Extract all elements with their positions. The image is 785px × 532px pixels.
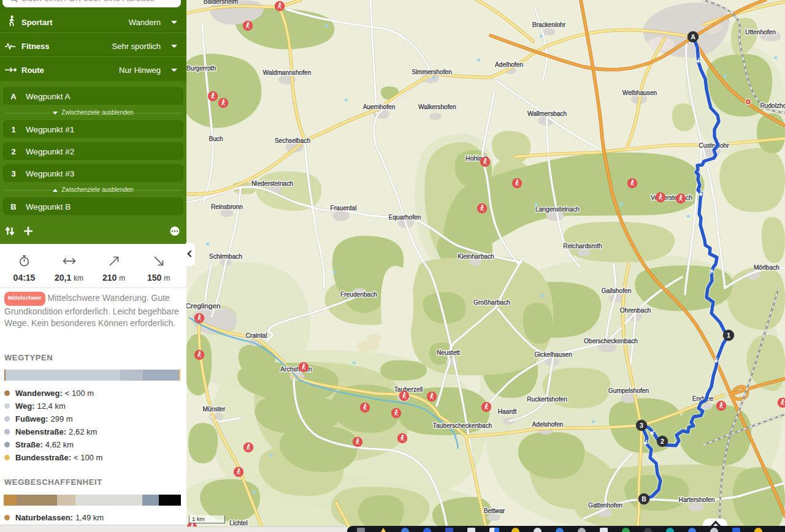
svg-text:Walkershofen: Walkershofen bbox=[418, 104, 456, 110]
svg-text:Langensteinach: Langensteinach bbox=[535, 206, 580, 213]
svg-text:Adelshofen: Adelshofen bbox=[532, 421, 564, 428]
svg-text:Schirmbach: Schirmbach bbox=[209, 253, 242, 260]
svg-text:3: 3 bbox=[640, 422, 643, 429]
svg-text:Simmershofen: Simmershofen bbox=[412, 69, 452, 75]
svg-text:2: 2 bbox=[661, 438, 664, 445]
svg-text:Craintal: Craintal bbox=[245, 332, 267, 339]
svg-text:B: B bbox=[641, 495, 646, 503]
svg-text:Bettwar: Bettwar bbox=[484, 507, 505, 514]
svg-text:Oberscheckenbach: Oberscheckenbach bbox=[584, 338, 638, 344]
svg-text:Adelhofen: Adelhofen bbox=[495, 61, 523, 68]
svg-text:Mörlbach: Mörlbach bbox=[754, 264, 779, 271]
svg-text:Gattenhofen: Gattenhofen bbox=[588, 502, 622, 509]
svg-text:Burgerroth: Burgerroth bbox=[186, 65, 216, 72]
svg-text:Baldersheim: Baldersheim bbox=[204, 0, 239, 5]
svg-text:Gailshofen: Gailshofen bbox=[602, 287, 632, 294]
svg-text:Münster: Münster bbox=[203, 406, 226, 412]
svg-text:Hartershofen: Hartershofen bbox=[679, 496, 715, 503]
svg-text:Waldmannshofen: Waldmannshofen bbox=[263, 69, 312, 76]
svg-text:Gumpelshofen: Gumpelshofen bbox=[608, 387, 649, 394]
svg-text:Lichtel: Lichtel bbox=[229, 520, 247, 526]
svg-text:Welbhausen: Welbhausen bbox=[622, 89, 657, 96]
svg-text:Kleinharbach: Kleinharbach bbox=[458, 253, 494, 260]
svg-text:Buch: Buch bbox=[209, 135, 223, 142]
svg-text:Creglingen: Creglingen bbox=[185, 302, 220, 310]
svg-text:Ruckertshofen: Ruckertshofen bbox=[527, 396, 567, 403]
svg-text:Großharbach: Großharbach bbox=[473, 299, 510, 306]
svg-text:Frauental: Frauental bbox=[330, 205, 356, 211]
svg-text:Reichardsroth: Reichardsroth bbox=[563, 243, 602, 249]
svg-text:Ohrenbach: Ohrenbach bbox=[620, 307, 651, 314]
svg-text:Freudenbach: Freudenbach bbox=[340, 291, 377, 298]
svg-text:Haardt: Haardt bbox=[498, 408, 517, 415]
svg-text:Equarhofen: Equarhofen bbox=[389, 214, 421, 221]
svg-text:Sechselbach: Sechselbach bbox=[275, 137, 310, 144]
svg-text:Brackenlohr: Brackenlohr bbox=[532, 21, 566, 28]
svg-text:Gickelhausen: Gickelhausen bbox=[534, 351, 572, 358]
svg-text:A: A bbox=[691, 33, 695, 40]
svg-text:Tauberzell: Tauberzell bbox=[394, 386, 423, 393]
svg-text:Auernhofen: Auernhofen bbox=[363, 104, 396, 110]
svg-text:Neustett: Neustett bbox=[437, 349, 460, 356]
svg-text:Rudolzhofen: Rudolzhofen bbox=[760, 102, 785, 109]
svg-text:Reinsbronn: Reinsbronn bbox=[211, 203, 243, 210]
svg-text:Tauberscheckenbach: Tauberscheckenbach bbox=[433, 422, 492, 429]
svg-text:Niedersteinach: Niedersteinach bbox=[251, 180, 293, 187]
svg-text:Uttenhofen: Uttenhofen bbox=[745, 29, 776, 36]
svg-text:1: 1 bbox=[727, 332, 730, 339]
svg-text:Wallmersbach: Wallmersbach bbox=[527, 110, 567, 117]
